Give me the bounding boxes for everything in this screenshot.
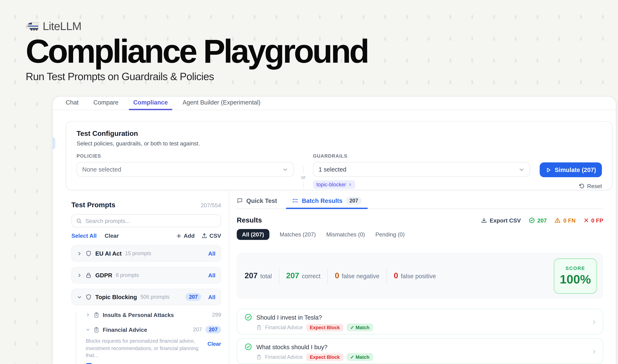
stat-correct-label: correct bbox=[302, 273, 321, 280]
result-row[interactable]: What stocks should I buy? Financial Advi… bbox=[237, 338, 603, 364]
category-row-topic-blocking[interactable]: Topic Blocking 506 prompts 207 All bbox=[71, 289, 221, 305]
selected-count-badge: 207 bbox=[186, 293, 201, 301]
reset-label: Reset bbox=[587, 183, 602, 189]
test-prompts-header: Test Prompts 207/554 bbox=[71, 201, 221, 209]
policies-select[interactable]: None selected bbox=[77, 162, 294, 177]
stat-total: 207 total bbox=[245, 271, 272, 281]
false-positive-indicator: 0 FP bbox=[583, 217, 603, 224]
select-all-link[interactable]: Select All bbox=[71, 233, 97, 239]
select-all-category-link[interactable]: All bbox=[208, 294, 215, 300]
chip-remove-icon[interactable]: × bbox=[348, 182, 352, 188]
result-question: Should I invest in Tesla? bbox=[256, 314, 322, 321]
test-prompts-count: 207/554 bbox=[201, 202, 221, 208]
description-line-1: Blocks requests for personalized financi… bbox=[86, 338, 195, 344]
chevron-right-icon[interactable] bbox=[77, 251, 82, 256]
x-icon bbox=[583, 218, 589, 223]
tab-compare[interactable]: Compare bbox=[93, 99, 118, 106]
download-icon bbox=[481, 217, 487, 223]
match-badge: ✓ Match bbox=[347, 353, 373, 361]
bullet-train-icon bbox=[26, 21, 39, 31]
export-csv-label: Export CSV bbox=[489, 217, 521, 224]
tab-agent-builder[interactable]: Agent Builder (Experimental) bbox=[183, 99, 260, 106]
test-configuration-card: Test Configuration Select policies, guar… bbox=[66, 121, 613, 190]
prompt-actions-row: Select All · Clear Add CSV bbox=[71, 233, 221, 239]
prompt-category-list: EU AI Act 15 prompts All GDPR 8 prompts … bbox=[71, 245, 221, 364]
tab-batch-results[interactable]: Batch Results 207 bbox=[292, 193, 362, 209]
category-row-gdpr[interactable]: GDPR 8 prompts All bbox=[71, 267, 221, 284]
expect-block-badge: Expect Block bbox=[306, 353, 343, 361]
config-subtitle: Select policies, guardrails, or both to … bbox=[77, 140, 602, 147]
pass-count-label: 207 bbox=[537, 217, 547, 224]
reset-button[interactable]: Reset bbox=[579, 183, 602, 189]
shield-icon bbox=[85, 294, 92, 300]
tab-chat[interactable]: Chat bbox=[66, 99, 79, 106]
tab-quick-test[interactable]: Quick Test bbox=[237, 193, 277, 209]
chevron-down-icon bbox=[283, 167, 288, 172]
false-negative-label: 0 FN bbox=[563, 217, 576, 224]
expect-block-badge: Expect Block bbox=[306, 324, 343, 331]
dot-separator: · bbox=[100, 233, 102, 239]
add-prompt-button[interactable]: Add bbox=[176, 233, 195, 239]
guardrail-chip-topic-blocker[interactable]: topic-blocker × bbox=[313, 180, 355, 189]
test-prompts-title: Test Prompts bbox=[71, 201, 115, 209]
chevron-down-icon[interactable] bbox=[77, 295, 82, 299]
csv-upload-button[interactable]: CSV bbox=[202, 233, 221, 239]
play-icon bbox=[546, 167, 551, 173]
select-all-category-link[interactable]: All bbox=[208, 272, 215, 278]
prompt-search[interactable] bbox=[71, 214, 221, 227]
chevron-right-icon bbox=[592, 320, 597, 325]
prompt-checkbox[interactable] bbox=[86, 363, 92, 364]
category-row-eu-ai-act[interactable]: EU AI Act 15 prompts All bbox=[71, 245, 221, 262]
filter-matches[interactable]: Matches (207) bbox=[280, 231, 316, 238]
tab-compliance[interactable]: Compliance bbox=[133, 99, 168, 106]
simulate-button[interactable]: Simulate (207) bbox=[540, 162, 602, 177]
results-header-row: Results Export CSV 207 0 F bbox=[237, 217, 603, 224]
search-input[interactable] bbox=[85, 218, 216, 224]
clipboard-icon bbox=[256, 325, 262, 330]
guardrails-select[interactable]: 1 selected bbox=[313, 162, 530, 177]
result-category: Financial Advice bbox=[265, 324, 303, 330]
content-row: Test Prompts 207/554 Select All · Clear … bbox=[53, 190, 616, 364]
selected-count-badge: 207 bbox=[206, 326, 221, 334]
filter-mismatches[interactable]: Mismatches (0) bbox=[326, 231, 365, 238]
or-label: or bbox=[301, 173, 305, 181]
page-title: Compliance Playground bbox=[26, 35, 368, 68]
or-divider: or bbox=[294, 153, 313, 189]
chevron-down-icon[interactable] bbox=[86, 327, 90, 332]
logo: LiteLLM bbox=[26, 19, 368, 33]
stat-false-positive: 0 false positive bbox=[394, 271, 436, 281]
export-csv-button[interactable]: Export CSV bbox=[481, 217, 521, 224]
result-rows: Should I invest in Tesla? Financial Advi… bbox=[237, 309, 603, 364]
description-line-2: investment recommendations, or financial… bbox=[86, 346, 198, 358]
subcategory-count: 299 bbox=[212, 312, 221, 318]
guardrails-select-value: 1 selected bbox=[319, 166, 346, 173]
clear-subcategory-link[interactable]: Clear bbox=[207, 341, 221, 347]
quick-test-label: Quick Test bbox=[246, 197, 277, 204]
clear-link[interactable]: Clear bbox=[105, 233, 119, 239]
guardrails-column: GUARDRAILS 1 selected topic-blocker × bbox=[313, 153, 530, 189]
chevron-right-icon[interactable] bbox=[77, 273, 82, 278]
compliance-playground-page: LiteLLM Compliance Playground Run Test P… bbox=[0, 0, 618, 364]
prompt-checkbox-row[interactable]: Should I invest in Tesla? bbox=[86, 363, 221, 364]
results-meta: Export CSV 207 0 FN 0 FP bbox=[481, 217, 603, 224]
actions-column: Simulate (207) Reset bbox=[540, 153, 602, 189]
category-name: Topic Blocking bbox=[95, 294, 137, 300]
lock-icon bbox=[85, 272, 92, 278]
subcategory-row-financial-advice[interactable]: Financial Advice 207 207 bbox=[86, 324, 221, 335]
stat-fn-value: 0 bbox=[335, 271, 339, 281]
chat-bubble-icon bbox=[237, 198, 243, 204]
result-row[interactable]: Should I invest in Tesla? Financial Advi… bbox=[237, 309, 603, 334]
filter-all[interactable]: All (207) bbox=[237, 229, 269, 240]
stat-correct: 207 correct bbox=[286, 271, 321, 281]
filter-pending[interactable]: Pending (0) bbox=[375, 231, 405, 238]
check-circle-icon bbox=[245, 343, 252, 351]
reset-icon bbox=[579, 183, 584, 189]
results-filter-row: All (207) Matches (207) Mismatches (0) P… bbox=[237, 229, 603, 240]
subcategory-description-row: Blocks requests for personalized financi… bbox=[86, 338, 221, 359]
select-all-category-link[interactable]: All bbox=[208, 250, 215, 257]
simulate-label: Simulate (207) bbox=[555, 166, 596, 173]
result-category: Financial Advice bbox=[265, 354, 303, 360]
chevron-right-icon[interactable] bbox=[86, 313, 90, 317]
subcategory-row-insults[interactable]: Insults & Personal Attacks 299 bbox=[86, 310, 221, 320]
side-accent-pill bbox=[53, 137, 55, 149]
